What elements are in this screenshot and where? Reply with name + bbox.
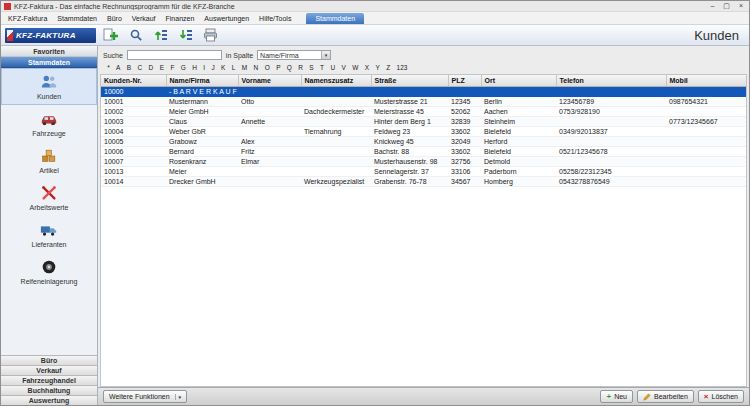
table-cell (301, 137, 371, 147)
table-cell: - B A R V E R K A U F - (166, 87, 238, 97)
table-row[interactable]: 10013MeierSennelagerstr. 3733106Paderbor… (101, 167, 747, 177)
sidebar-item-reifeneinlagerung[interactable]: Reifeneinlagerung (1, 253, 97, 290)
column-header[interactable]: Straße (371, 75, 448, 87)
alpha-letter[interactable]: E (157, 64, 168, 71)
alpha-letter[interactable]: V (338, 64, 349, 71)
column-header[interactable]: Kunden-Nr. (101, 75, 166, 87)
minimize-button[interactable]: – (710, 2, 714, 10)
column-header[interactable]: Name/Firma (166, 75, 238, 87)
alpha-letter[interactable]: F (167, 64, 177, 71)
pencil-icon (643, 393, 651, 401)
sidebar-item-fahrzeuge[interactable]: Fahrzeuge (1, 105, 97, 142)
menu-item-kfz-faktura[interactable]: KFZ-Faktura (3, 13, 52, 24)
footer-bar: Weitere Funktionen ▾ + Neu Bearbeiten × … (98, 387, 749, 405)
sidebar-item-fahrzeughandel[interactable]: Fahrzeughandel (1, 375, 97, 385)
app-logo: KFZ-FAKTURA (5, 28, 96, 43)
menu-item-verkauf[interactable]: Verkauf (127, 13, 161, 24)
sidebar-item-auswertung[interactable]: Auswertung (1, 395, 97, 405)
toolbar: KFZ-FAKTURA Kunden (1, 25, 749, 46)
table-cell: Dachdeckermeister (301, 107, 371, 117)
sidebar-item-verkauf[interactable]: Verkauf (1, 365, 97, 375)
sort-descending-icon[interactable] (175, 26, 196, 44)
alpha-letter[interactable]: Y (372, 64, 383, 71)
alpha-letter[interactable]: Z (383, 64, 393, 71)
search-input[interactable] (127, 50, 222, 60)
column-header[interactable]: Vorname (238, 75, 301, 87)
menu-item-finanzen[interactable]: Finanzen (161, 13, 200, 24)
sidebar-item-lieferanten[interactable]: Lieferanten (1, 216, 97, 253)
table-cell (556, 137, 666, 147)
table-cell (556, 87, 666, 97)
alpha-letter[interactable]: G (178, 64, 189, 71)
table-cell (448, 87, 481, 97)
table-row[interactable]: 10006BernardFritzBachstr. 8833602Bielefe… (101, 147, 747, 157)
sidebar-item-arbeitswerte[interactable]: Arbeitswerte (1, 179, 97, 216)
alpha-letter[interactable]: * (104, 64, 113, 71)
alpha-letter[interactable]: X (362, 64, 373, 71)
column-header[interactable]: PLZ (448, 75, 481, 87)
edit-button[interactable]: Bearbeiten (637, 390, 694, 403)
alpha-letter[interactable]: 123 (393, 64, 410, 71)
alpha-letter[interactable]: D (145, 64, 156, 71)
table-row[interactable]: 10002Meier GmbHDachdeckermeisterMeierstr… (101, 107, 747, 117)
alpha-letter[interactable]: H (189, 64, 200, 71)
menu-item-auswertungen[interactable]: Auswertungen (199, 13, 254, 24)
table-row[interactable]: 10000- B A R V E R K A U F - (101, 87, 747, 97)
sidebar-spacer (1, 290, 97, 355)
table-cell: 0543278876549 (556, 177, 666, 187)
alpha-letter[interactable]: A (113, 64, 124, 71)
column-header[interactable]: Mobil (666, 75, 747, 87)
alpha-letter[interactable]: P (273, 64, 284, 71)
alpha-letter[interactable]: K (218, 64, 229, 71)
alpha-letter[interactable]: T (317, 64, 327, 71)
table-row[interactable]: 10004Weber GbRTiernahrungFeldweg 2333602… (101, 127, 747, 137)
alpha-letter[interactable]: S (306, 64, 317, 71)
more-functions-button[interactable]: Weitere Funktionen ▾ (103, 390, 187, 403)
table-cell: Musterstrasse 21 (371, 97, 448, 107)
alpha-letter[interactable]: M (239, 64, 251, 71)
menu-item-hilfe-tools[interactable]: Hilfe/Tools (254, 13, 296, 24)
table-row[interactable]: 10001MustermannOttoMusterstrasse 2112345… (101, 97, 747, 107)
sidebar-favorites-header[interactable]: Favoriten (1, 46, 97, 57)
close-button[interactable]: × (739, 2, 743, 10)
alpha-letter[interactable]: I (200, 64, 208, 71)
table-cell: Grabenstr. 76-78 (371, 177, 448, 187)
delete-button[interactable]: × Löschen (698, 390, 744, 403)
menubar: KFZ-Faktura Stammdaten Büro Verkauf Fina… (1, 12, 749, 25)
table-row[interactable]: 10005GrabowzAlexKnickweg 4532049Herford (101, 137, 747, 147)
alpha-letter[interactable]: C (134, 64, 145, 71)
table-cell: 10003 (101, 117, 166, 127)
menu-item-stammdaten[interactable]: Stammdaten (52, 13, 102, 24)
table-row[interactable]: 10003ClausAnnetteHinter dem Berg 132839S… (101, 117, 747, 127)
sidebar-item-buchhaltung[interactable]: Buchhaltung (1, 385, 97, 395)
alpha-letter[interactable]: R (295, 64, 306, 71)
sidebar-stammdaten-header[interactable]: Stammdaten (1, 57, 97, 68)
table-row[interactable]: 10014Drecker GmbHWerkzeugspezialistGrabe… (101, 177, 747, 187)
menu-item-buero[interactable]: Büro (102, 13, 127, 24)
new-record-icon[interactable] (100, 26, 121, 44)
tab-stammdaten[interactable]: Stammdaten (306, 13, 364, 24)
column-header[interactable]: Namenszusatz (301, 75, 371, 87)
alpha-letter[interactable]: U (327, 64, 338, 71)
print-icon[interactable] (200, 26, 221, 44)
edit-button-label: Bearbeiten (654, 393, 688, 400)
search-icon[interactable] (125, 26, 146, 44)
alpha-letter[interactable]: L (229, 64, 239, 71)
alpha-letter[interactable]: B (124, 64, 135, 71)
column-select[interactable]: Name/Firma ▾ (257, 50, 331, 60)
sidebar-item-artikel[interactable]: Artikel (1, 142, 97, 179)
sidebar-item-kunden[interactable]: Kunden (1, 68, 97, 105)
column-header[interactable]: Telefon (556, 75, 666, 87)
chevron-down-icon[interactable]: ▾ (175, 394, 182, 400)
new-button[interactable]: + Neu (600, 390, 633, 403)
sidebar-item-buero[interactable]: Büro (1, 355, 97, 365)
column-header[interactable]: Ort (481, 75, 556, 87)
maximize-button[interactable]: ▢ (723, 2, 730, 10)
alpha-letter[interactable]: J (208, 64, 218, 71)
alpha-letter[interactable]: W (349, 64, 362, 71)
alpha-letter[interactable]: Q (284, 64, 295, 71)
alpha-letter[interactable]: N (250, 64, 261, 71)
sort-ascending-icon[interactable] (150, 26, 171, 44)
table-row[interactable]: 10007RosenkranzElmarMusterhausenstr. 983… (101, 157, 747, 167)
alpha-letter[interactable]: O (262, 64, 273, 71)
